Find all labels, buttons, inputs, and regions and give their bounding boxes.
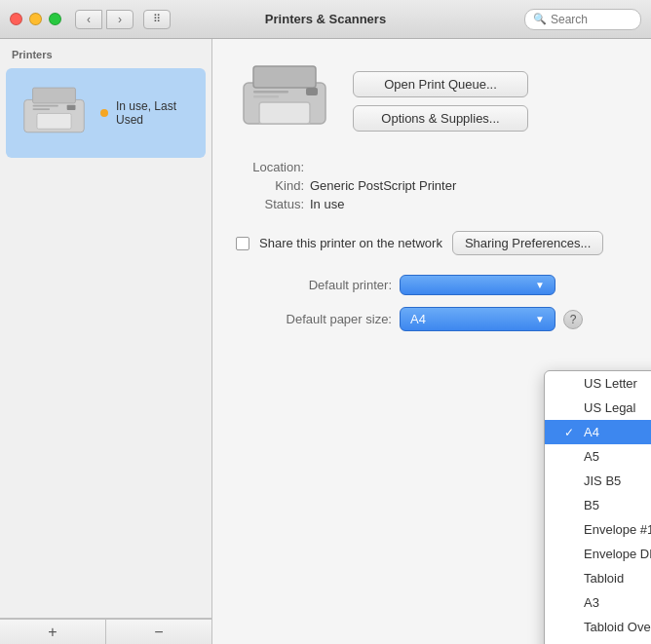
- default-paper-row: Default paper size: A4 ▼ ?: [236, 307, 628, 331]
- options-supplies-button[interactable]: Options & Supplies...: [353, 105, 528, 132]
- dropdown-item[interactable]: Tabloid Oversize: [545, 615, 651, 639]
- dropdown-item[interactable]: US Legal: [545, 396, 651, 420]
- grid-button[interactable]: ⠿: [143, 10, 171, 29]
- svg-rect-9: [306, 88, 318, 95]
- open-print-queue-button[interactable]: Open Print Queue...: [353, 71, 528, 97]
- dropdown-item[interactable]: ✓A4: [545, 420, 651, 444]
- chevron-down-icon: ▼: [535, 280, 545, 290]
- printer-info: Location: Kind: Generic PostScript Print…: [236, 160, 628, 211]
- minimize-button[interactable]: [29, 13, 42, 25]
- forward-button[interactable]: ›: [106, 10, 134, 29]
- dropdown-item[interactable]: Tabloid: [545, 566, 651, 590]
- default-paper-label: Default paper size:: [236, 312, 392, 326]
- dropdown-item-label: US Legal: [584, 400, 635, 415]
- titlebar: ‹ › ⠿ Printers & Scanners 🔍: [0, 0, 651, 39]
- kind-value: Generic PostScript Printer: [310, 178, 456, 193]
- dropdown-item-label: B5: [584, 498, 599, 512]
- dropdown-item-label: JIS B5: [584, 474, 621, 488]
- svg-rect-2: [37, 113, 71, 129]
- svg-rect-7: [253, 66, 316, 88]
- dropdown-item[interactable]: US Letter: [545, 371, 651, 396]
- dropdown-item-label: A3: [584, 595, 599, 610]
- dropdown-item[interactable]: ROC 16K: [545, 639, 651, 644]
- search-input[interactable]: [551, 13, 629, 26]
- default-paper-select[interactable]: A4 ▼: [400, 307, 555, 331]
- svg-rect-5: [33, 108, 51, 110]
- location-label: Location:: [236, 160, 304, 174]
- printer-image-svg: [236, 58, 333, 141]
- dropdown-item[interactable]: A5: [545, 444, 651, 469]
- help-button[interactable]: ?: [563, 310, 583, 329]
- nav-buttons: ‹ ›: [75, 10, 134, 29]
- sidebar: Printers In use, Last Used + −: [0, 39, 212, 644]
- dropdown-item[interactable]: A3: [545, 590, 651, 615]
- sidebar-item-printer[interactable]: In use, Last Used: [6, 68, 206, 158]
- sidebar-footer: + −: [0, 618, 211, 644]
- search-icon: 🔍: [533, 13, 547, 25]
- search-box[interactable]: 🔍: [524, 9, 641, 30]
- kind-label: Kind:: [236, 178, 304, 193]
- printer-image: [236, 58, 333, 144]
- dropdown-item[interactable]: Envelope #10: [545, 517, 651, 542]
- dropdown-item-label: A5: [584, 449, 599, 464]
- dropdown-item-label: A4: [584, 425, 599, 439]
- svg-rect-1: [33, 88, 76, 103]
- svg-rect-3: [67, 105, 76, 110]
- paper-size-value: A4: [410, 312, 426, 326]
- dropdown-item[interactable]: B5: [545, 493, 651, 517]
- dropdown-item[interactable]: Envelope DL: [545, 542, 651, 566]
- add-printer-button[interactable]: +: [0, 619, 106, 644]
- svg-rect-8: [259, 102, 310, 124]
- paper-size-dropdown: US LetterUS Legal✓A4A5JIS B5B5Envelope #…: [544, 370, 651, 644]
- window-title: Printers & Scanners: [265, 12, 386, 26]
- dropdown-item-label: Envelope DL: [584, 547, 651, 561]
- bottom-section: Default printer: ▼ Default paper size: A…: [236, 275, 628, 331]
- sidebar-list: In use, Last Used: [0, 66, 211, 618]
- default-printer-label: Default printer:: [236, 278, 392, 292]
- printer-name: In use, Last Used: [116, 99, 196, 127]
- main-content: Printers In use, Last Used + −: [0, 39, 651, 644]
- dropdown-item-label: Tabloid Oversize: [584, 620, 651, 634]
- status-dot: [100, 109, 108, 117]
- status-value: In use: [310, 197, 344, 211]
- maximize-button[interactable]: [49, 13, 61, 25]
- right-panel: Open Print Queue... Options & Supplies..…: [212, 39, 651, 644]
- dropdown-item-label: Tabloid: [584, 571, 624, 586]
- dropdown-item-label: Envelope #10: [584, 522, 651, 537]
- close-button[interactable]: [10, 13, 22, 25]
- svg-rect-4: [33, 105, 58, 107]
- location-row: Location:: [236, 160, 628, 174]
- back-button[interactable]: ‹: [75, 10, 102, 29]
- share-label: Share this printer on the network: [259, 236, 442, 250]
- sharing-preferences-button[interactable]: Sharing Preferences...: [452, 231, 603, 255]
- printer-icon: [16, 74, 93, 152]
- checkmark-icon: ✓: [564, 426, 578, 439]
- printer-buttons: Open Print Queue... Options & Supplies..…: [353, 58, 528, 144]
- kind-row: Kind: Generic PostScript Printer: [236, 178, 628, 193]
- dropdown-item-label: US Letter: [584, 376, 637, 391]
- svg-rect-10: [253, 91, 288, 94]
- share-checkbox[interactable]: [236, 237, 249, 250]
- svg-rect-11: [253, 95, 279, 98]
- status-label: Status:: [236, 197, 304, 211]
- share-row: Share this printer on the network Sharin…: [236, 231, 628, 255]
- traffic-lights: [10, 13, 61, 25]
- printer-detail: Open Print Queue... Options & Supplies..…: [236, 58, 628, 144]
- remove-printer-button[interactable]: −: [106, 619, 211, 644]
- sidebar-header: Printers: [0, 39, 211, 66]
- default-printer-select[interactable]: ▼: [400, 275, 555, 295]
- dropdown-item[interactable]: JIS B5: [545, 469, 651, 493]
- chevron-down-icon-paper: ▼: [535, 314, 545, 324]
- status-row: Status: In use: [236, 197, 628, 211]
- default-printer-row: Default printer: ▼: [236, 275, 628, 295]
